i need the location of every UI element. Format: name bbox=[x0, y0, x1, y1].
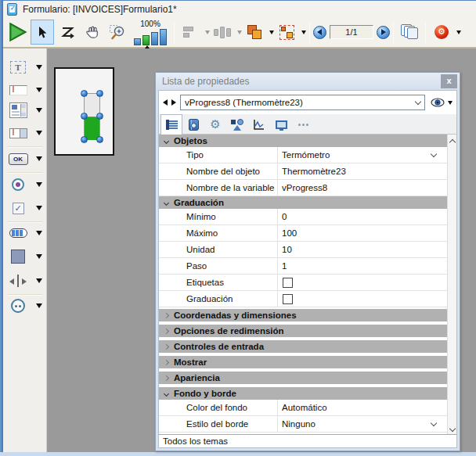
next-control-button[interactable] bbox=[171, 99, 176, 106]
nombre-variable-value[interactable]: vProgress8 bbox=[278, 180, 447, 196]
tool-dropdown-arrow[interactable] bbox=[36, 65, 42, 70]
tool-dropdown-arrow[interactable] bbox=[36, 156, 42, 161]
property-row-unidad: Unidad 10 bbox=[159, 242, 447, 258]
zoom-level-control[interactable]: 100% bbox=[134, 20, 167, 45]
tab-display[interactable] bbox=[270, 115, 292, 134]
window-titlebar: Formulario: [INVOICES]Formulario1* bbox=[3, 0, 476, 17]
section-label: Coordenadas y dimensiones bbox=[174, 311, 297, 320]
tool-progress-bar[interactable] bbox=[8, 224, 44, 242]
selection-handle-top-right[interactable] bbox=[96, 90, 103, 97]
radio-button-icon bbox=[12, 178, 24, 191]
tab-general[interactable] bbox=[160, 114, 182, 135]
properties-panel-titlebar[interactable]: Lista de propiedades x bbox=[156, 73, 460, 90]
tool-shape[interactable] bbox=[8, 248, 44, 265]
unidad-value[interactable]: 10 bbox=[278, 242, 447, 257]
order-dropdown-arrow[interactable] bbox=[269, 31, 274, 34]
tab-settings[interactable]: ⚙ bbox=[204, 115, 226, 134]
control-selector-combo[interactable]: vProgress8 (Thermomètre23) bbox=[180, 95, 425, 110]
page-indicator-field[interactable]: 1/1 bbox=[330, 25, 373, 39]
panel-scrollbar[interactable] bbox=[447, 135, 456, 434]
options-button[interactable]: ⚙ bbox=[430, 20, 453, 45]
section-header-graduacion[interactable]: Graduación bbox=[159, 196, 447, 209]
selection-handle-bottom-left[interactable] bbox=[81, 136, 88, 143]
tool-dropdown-arrow[interactable] bbox=[36, 108, 42, 113]
design-canvas[interactable]: Lista de propiedades x vProgress8 (Therm… bbox=[47, 48, 476, 452]
selection-handle-mid-left[interactable] bbox=[81, 113, 88, 120]
tool-combo-box[interactable] bbox=[8, 124, 44, 142]
tool-dropdown-arrow[interactable] bbox=[36, 182, 42, 187]
etiquetas-checkbox[interactable] bbox=[283, 278, 293, 288]
tool-dropdown-arrow[interactable] bbox=[36, 254, 42, 259]
nombre-objeto-value[interactable]: Thermomètre23 bbox=[278, 163, 447, 179]
tool-list-box[interactable] bbox=[8, 102, 44, 119]
next-arrow-icon bbox=[381, 29, 386, 35]
tool-dial[interactable] bbox=[8, 297, 44, 314]
visibility-dropdown-arrow[interactable] bbox=[448, 101, 453, 105]
color-fondo-value[interactable]: Automático bbox=[278, 400, 447, 415]
select-tool-button[interactable] bbox=[31, 20, 54, 45]
chevron-down-icon[interactable] bbox=[431, 419, 437, 425]
tool-dropdown-arrow[interactable] bbox=[36, 131, 42, 135]
section-label: Fondo y borde bbox=[174, 389, 236, 398]
tool-dropdown-arrow[interactable] bbox=[36, 303, 42, 308]
pages-stack-button[interactable] bbox=[398, 20, 421, 45]
options-dropdown-arrow[interactable] bbox=[456, 31, 461, 34]
paso-value[interactable]: 1 bbox=[278, 258, 447, 274]
estilo-borde-value[interactable]: Ninguno bbox=[278, 416, 447, 432]
panel-close-button[interactable]: x bbox=[441, 74, 457, 88]
tool-radio-button[interactable] bbox=[8, 176, 44, 193]
tool-dropdown-arrow[interactable] bbox=[36, 278, 42, 283]
align-button[interactable] bbox=[178, 20, 202, 45]
selection-zone-dropdown-arrow[interactable] bbox=[301, 31, 306, 34]
chevron-down-icon[interactable] bbox=[431, 150, 437, 156]
maximo-value[interactable]: 100 bbox=[278, 225, 447, 241]
selection-handle-mid-right[interactable] bbox=[96, 113, 103, 120]
tipo-value[interactable]: Termómetro bbox=[278, 147, 447, 163]
previous-control-button[interactable] bbox=[163, 99, 168, 106]
tab-order-button[interactable] bbox=[56, 20, 79, 45]
zoom-tool-button[interactable] bbox=[106, 20, 129, 45]
scroll-down-arrow[interactable] bbox=[449, 425, 455, 432]
tab-more[interactable] bbox=[292, 115, 314, 134]
scroll-up-arrow[interactable] bbox=[449, 139, 455, 145]
form-page[interactable] bbox=[54, 67, 114, 156]
tab-chart[interactable] bbox=[248, 115, 270, 134]
properties-panel: Lista de propiedades x vProgress8 (Therm… bbox=[155, 72, 460, 451]
section-header-controles[interactable]: Controles de entrada bbox=[159, 340, 447, 353]
zoom-level-label: 100% bbox=[140, 20, 160, 28]
control-selector-row: vProgress8 (Thermomètre23) bbox=[159, 91, 456, 114]
tool-edit-field[interactable] bbox=[8, 81, 44, 99]
section-header-apariencia[interactable]: Apariencia bbox=[159, 372, 447, 384]
tool-static-label[interactable]: T bbox=[8, 59, 44, 76]
visibility-filter-button[interactable] bbox=[431, 98, 453, 107]
selection-zone-button[interactable] bbox=[275, 20, 298, 45]
next-page-button[interactable] bbox=[377, 26, 390, 39]
order-overlap-button[interactable] bbox=[243, 20, 266, 45]
selection-handle-bottom-right[interactable] bbox=[96, 136, 103, 143]
section-header-fondo-borde[interactable]: Fondo y borde bbox=[159, 387, 447, 400]
distribute-button[interactable] bbox=[211, 20, 234, 45]
chevron-down-icon bbox=[164, 138, 169, 143]
minimo-value[interactable]: 0 bbox=[278, 209, 447, 224]
distribute-dropdown-arrow[interactable] bbox=[237, 31, 242, 34]
tool-dropdown-arrow[interactable] bbox=[36, 231, 42, 235]
previous-page-button[interactable] bbox=[313, 26, 326, 39]
tab-style[interactable] bbox=[226, 115, 248, 134]
tab-details[interactable] bbox=[182, 115, 204, 134]
tool-dropdown-arrow[interactable] bbox=[36, 206, 42, 210]
property-label: Tipo bbox=[159, 147, 278, 163]
tool-checkbox[interactable]: ✓ bbox=[8, 199, 44, 217]
run-test-button[interactable] bbox=[5, 20, 29, 45]
tool-splitter[interactable] bbox=[8, 272, 44, 289]
section-header-coordenadas[interactable]: Coordenadas y dimensiones bbox=[159, 309, 447, 321]
section-header-redimension[interactable]: Opciones de redimensión bbox=[159, 325, 447, 337]
section-header-objetos[interactable]: Objetos bbox=[159, 135, 447, 147]
align-dropdown-arrow[interactable] bbox=[205, 31, 210, 34]
section-header-mostrar[interactable]: Mostrar bbox=[159, 356, 447, 368]
selection-handle-top-left[interactable] bbox=[81, 90, 88, 97]
tool-ok-button[interactable]: OK bbox=[8, 150, 44, 167]
pan-hand-button[interactable] bbox=[81, 20, 104, 45]
tool-dropdown-arrow[interactable] bbox=[36, 88, 42, 92]
graduacion-checkbox[interactable] bbox=[283, 294, 293, 304]
dial-icon bbox=[11, 299, 25, 313]
